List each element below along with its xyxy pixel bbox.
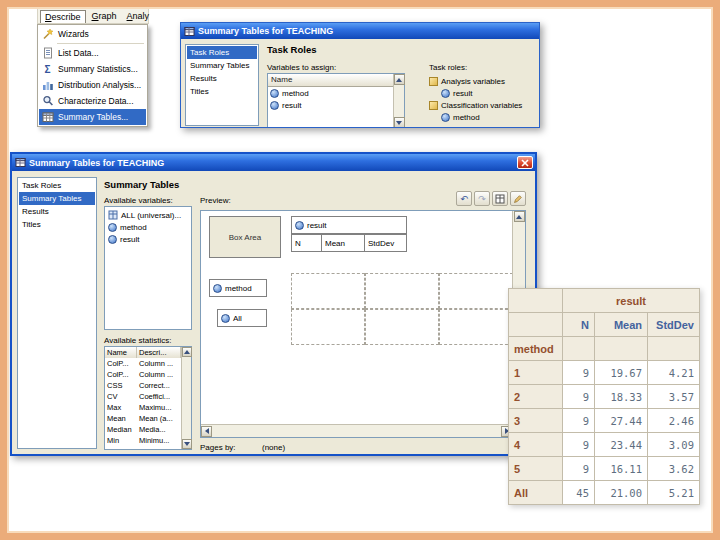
panel-heading: Task Roles — [267, 44, 316, 55]
menu-item-summary-tables[interactable]: Summary Tables... — [39, 109, 146, 125]
menu-analyze[interactable]: Analy — [123, 10, 154, 22]
close-button[interactable] — [517, 156, 533, 169]
scroll-up-icon[interactable] — [394, 74, 405, 85]
preview-row-all[interactable]: All — [217, 309, 267, 327]
variable-icon — [441, 113, 450, 122]
nav-titles[interactable]: Titles — [187, 85, 257, 98]
title-bar[interactable]: Summary Tables for TEACHING — [181, 23, 539, 39]
variable-result[interactable]: result — [268, 99, 404, 111]
variables-list: Name method result — [267, 73, 405, 128]
preview-empty-cell[interactable] — [365, 273, 439, 309]
n-value: 45 — [563, 481, 595, 505]
stat-name: ColP... — [105, 359, 137, 368]
statistic-row[interactable]: CVCoeffici... — [105, 391, 191, 402]
table-row: 2 9 18.33 3.57 — [509, 385, 700, 409]
statistics-header-row: Name Descri... — [105, 347, 191, 358]
redo-button[interactable]: ↷ — [474, 191, 490, 206]
menu-describe[interactable]: Describe — [40, 10, 86, 23]
available-statistics-list: Name Descri... ColP...Column ... ColP...… — [104, 346, 192, 450]
statistic-row[interactable]: ColP...Column ... — [105, 369, 191, 380]
statistic-row[interactable]: CSSCorrect... — [105, 380, 191, 391]
description-column-header[interactable]: Descri... — [137, 347, 181, 358]
nav-results[interactable]: Results — [19, 205, 95, 218]
preview-empty-cell[interactable] — [365, 309, 439, 345]
row-label: 3 — [509, 409, 563, 433]
task-roles-tree: Analysis variables result Classification… — [429, 75, 537, 123]
scrollbar-horizontal[interactable] — [201, 424, 512, 437]
preview-empty-cell[interactable] — [291, 273, 365, 309]
role-item-result[interactable]: result — [429, 87, 537, 99]
analysis-variables-icon — [429, 77, 438, 86]
list-data-icon — [41, 47, 54, 59]
stat-name: Mean — [105, 414, 137, 423]
mean-value: 27.44 — [595, 409, 648, 433]
role-item-method[interactable]: method — [429, 111, 537, 123]
title-bar[interactable]: Summary Tables for TEACHING — [12, 154, 535, 171]
statistic-row[interactable]: MedianMedia... — [105, 424, 191, 435]
preview-column-variable[interactable]: result — [291, 216, 407, 234]
variable-icon — [295, 221, 304, 230]
menu-item-characterize-data[interactable]: Characterize Data... — [39, 93, 146, 109]
menu-item-summary-statistics[interactable]: Σ Summary Statistics... — [39, 61, 146, 77]
stddev-value: 3.09 — [648, 433, 700, 457]
variable-result[interactable]: result — [106, 233, 190, 245]
mean-value: 23.44 — [595, 433, 648, 457]
nav-results[interactable]: Results — [187, 72, 257, 85]
role-analysis-variables[interactable]: Analysis variables — [429, 75, 537, 87]
nav-titles[interactable]: Titles — [19, 218, 95, 231]
preview-empty-cell[interactable] — [439, 309, 513, 345]
n-value: 9 — [563, 457, 595, 481]
available-statistics-label: Available statistics: — [104, 336, 171, 345]
variable-all[interactable]: ALL (universal)... — [106, 209, 190, 221]
scroll-down-icon[interactable] — [394, 117, 405, 128]
box-area-zone[interactable]: Box Area — [209, 216, 281, 258]
nav-task-roles[interactable]: Task Roles — [19, 179, 95, 192]
role-label: result — [453, 89, 473, 98]
name-column-header[interactable]: Name — [105, 347, 137, 358]
preview-stat-stddev[interactable]: StdDev — [364, 234, 407, 252]
statistic-row[interactable]: MeanMean (a... — [105, 413, 191, 424]
role-classification-variables[interactable]: Classification variables — [429, 99, 537, 111]
menu-item-wizards[interactable]: Wizards — [39, 26, 146, 42]
mean-value: 18.33 — [595, 385, 648, 409]
nav-summary-tables[interactable]: Summary Tables — [19, 192, 95, 205]
preview-row-variable[interactable]: method — [209, 279, 267, 297]
corner-cell — [509, 313, 563, 337]
pages-by-value[interactable]: (none) — [262, 443, 285, 452]
table-row: 1 9 19.67 4.21 — [509, 361, 700, 385]
menu-item-distribution-analysis[interactable]: Distribution Analysis... — [39, 77, 146, 93]
window-icon — [184, 26, 195, 37]
row-label: 1 — [509, 361, 563, 385]
statistic-row[interactable]: MaxMaximu... — [105, 402, 191, 413]
empty-header-cell — [648, 337, 700, 361]
menu-item-list-data[interactable]: List Data... — [39, 45, 146, 61]
nav-summary-tables[interactable]: Summary Tables — [187, 59, 257, 72]
scroll-down-icon[interactable] — [182, 439, 192, 449]
preview-empty-cell[interactable] — [439, 273, 513, 309]
preview-stat-n[interactable]: N — [291, 234, 322, 252]
name-column-header[interactable]: Name — [268, 74, 393, 87]
menu-separator — [57, 43, 144, 44]
variable-label: result — [282, 101, 302, 110]
nav-task-roles[interactable]: Task Roles — [187, 46, 257, 59]
statistic-row[interactable]: MinMinimu... — [105, 435, 191, 446]
menu-graph[interactable]: Graph — [88, 10, 121, 22]
scrollbar-vertical[interactable] — [393, 74, 404, 128]
scroll-up-icon[interactable] — [514, 211, 525, 222]
variable-icon — [221, 314, 230, 323]
scroll-left-icon[interactable] — [201, 426, 212, 437]
preview-empty-cell[interactable] — [291, 309, 365, 345]
edit-button[interactable] — [510, 191, 526, 206]
variable-method[interactable]: method — [268, 87, 404, 99]
statistic-row[interactable]: ColP...Column ... — [105, 358, 191, 369]
row-label: 5 — [509, 457, 563, 481]
scroll-up-icon[interactable] — [182, 347, 192, 357]
preview-stat-mean[interactable]: Mean — [321, 234, 365, 252]
variable-method[interactable]: method — [106, 221, 190, 233]
table-format-button[interactable] — [492, 191, 508, 206]
row-label: 4 — [509, 433, 563, 457]
table-row: 5 9 16.11 3.62 — [509, 457, 700, 481]
undo-button[interactable]: ↶ — [456, 191, 472, 206]
scrollbar-vertical[interactable] — [181, 347, 191, 449]
n-value: 9 — [563, 385, 595, 409]
